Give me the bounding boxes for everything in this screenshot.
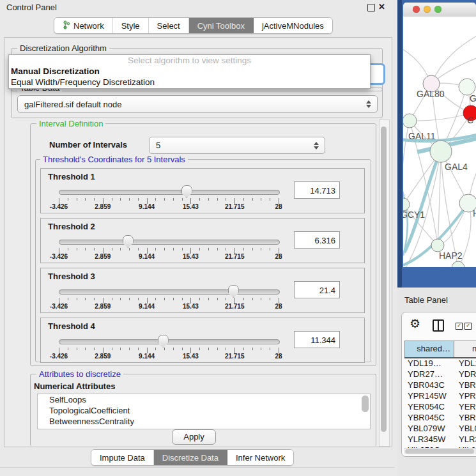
column-header-name[interactable]: n: [454, 341, 476, 357]
minimize-traffic-light-icon[interactable]: [424, 6, 431, 13]
gear-icon[interactable]: ⚙: [410, 316, 420, 331]
table-row[interactable]: YBR045CYBR0: [404, 412, 476, 423]
cell-shared-name: YBR045C: [404, 412, 454, 423]
tab-discretize-data[interactable]: Discretize Data: [154, 450, 227, 465]
node-label-gal80: GAL80: [417, 89, 445, 99]
table-panel-title: Table Panel: [404, 295, 448, 305]
gal4-node[interactable]: [430, 141, 452, 162]
cell-shared-name: YDR27…: [404, 369, 454, 380]
stepper-arrows-icon: [364, 100, 373, 108]
table-header-row: shared… n: [404, 341, 476, 358]
threshold-label: Threshold 2: [48, 222, 95, 231]
table-row[interactable]: YLR345WYLR3: [404, 434, 476, 445]
column-header-shared[interactable]: shared…: [404, 341, 454, 357]
content-scrollbar-thumb[interactable]: [381, 127, 387, 432]
network-window-titlebar[interactable]: [403, 3, 476, 17]
numerical-attributes-heading: Numerical Attributes: [34, 381, 115, 391]
horizontal-scrollbar-track[interactable]: [404, 448, 476, 454]
slider-thumb[interactable]: [158, 335, 169, 348]
columns-icon[interactable]: [433, 319, 444, 332]
node-label-ga: GA: [470, 93, 476, 104]
horizontal-scrollbar-thumb[interactable]: [405, 449, 474, 454]
tab-label: Network: [73, 21, 104, 31]
algorithm-option-equal-width-frequency-discretization[interactable]: Equal Width/Frequency Discretization: [9, 77, 370, 88]
slider-track[interactable]: [59, 289, 280, 295]
threshold-label: Threshold 3: [48, 272, 95, 281]
threshold-value-field[interactable]: 21.4: [294, 281, 340, 298]
tab-label: Select: [157, 21, 180, 31]
table-row[interactable]: YBL079WYBL0: [404, 423, 476, 434]
attribute-item-selfloops[interactable]: SelfLoops: [38, 394, 370, 405]
threshold-2-panel: Threshold 2-3.4262.8599.14415.4321.71528…: [40, 218, 365, 263]
threshold-4-panel: Threshold 4-3.4262.8599.14415.4321.71528…: [40, 318, 365, 363]
attribute-item-betweennesscentrality[interactable]: BetweennessCentrality: [38, 416, 370, 427]
tab-label: Impute Data: [100, 453, 145, 463]
tab-cyni-toolbox[interactable]: Cyni Toolbox: [189, 18, 254, 33]
slider-thumb[interactable]: [228, 285, 239, 298]
table-data-combobox[interactable]: galFiltered.sif default node: [17, 95, 378, 113]
number-of-intervals-value: 5: [150, 141, 312, 150]
threshold-label: Threshold 1: [48, 172, 95, 181]
gcy1-node[interactable]: [403, 198, 410, 211]
algorithm-popup-options: Manual DiscretizationEqual Width/Frequen…: [9, 66, 370, 88]
top-tab-bar: NetworkStyleSelectCyni ToolboxjActiveMNo…: [54, 17, 333, 34]
tab-impute-data[interactable]: Impute Data: [91, 450, 154, 465]
slider-thumb[interactable]: [181, 185, 192, 198]
threshold-value-field[interactable]: 11.344: [294, 331, 340, 348]
tab-label: Cyni Toolbox: [197, 21, 245, 31]
threshold-value-field[interactable]: 6.316: [294, 231, 340, 249]
network-window: GAL80GACGAL11GAL4GCY1HHAP2: [397, 0, 476, 288]
bottom-tab-bar: Impute DataDiscretize DataInfer Network: [91, 449, 294, 466]
network-icon: [63, 20, 70, 31]
network-canvas[interactable]: GAL80GACGAL11GAL4GCY1HHAP2: [403, 17, 476, 267]
tab-style[interactable]: Style: [113, 18, 149, 33]
tab-infer-network[interactable]: Infer Network: [227, 450, 293, 465]
tab-jactivemnodules[interactable]: jActiveMNodules: [254, 18, 332, 33]
bottom-node[interactable]: [452, 261, 464, 267]
threshold-value-field[interactable]: 14.713: [294, 181, 340, 199]
cell-name: YBL0: [454, 423, 476, 434]
cell-shared-name: YBR043C: [404, 380, 454, 390]
threshold-slider-list: Threshold 1-3.4262.8599.14415.4321.71528…: [40, 168, 366, 367]
list-scrollbar-thumb[interactable]: [362, 395, 369, 412]
slider-track[interactable]: [59, 240, 280, 245]
close-icon[interactable]: ✕: [378, 2, 385, 12]
attribute-item-topologicalcoefficient[interactable]: TopologicalCoefficient: [38, 405, 370, 416]
node-label-h: H: [473, 208, 476, 219]
content-scrollbar-track[interactable]: [379, 119, 390, 447]
checkbox-icon[interactable]: ✓: [456, 323, 463, 330]
gal11-node[interactable]: [403, 114, 417, 128]
table-row[interactable]: YDR27…YDR2: [404, 369, 476, 380]
table-row[interactable]: YDL19…YDL1: [404, 358, 476, 369]
cell-shared-name: YDL19…: [404, 358, 454, 369]
tab-label: Discretize Data: [162, 453, 219, 463]
cell-name: YER0: [454, 401, 476, 412]
tab-label: Style: [121, 21, 140, 31]
tab-select[interactable]: Select: [149, 18, 189, 33]
slider-track[interactable]: [59, 190, 280, 195]
close-traffic-light-icon[interactable]: [413, 6, 420, 13]
table-row[interactable]: YER054CYER0: [404, 401, 476, 412]
slider-thumb[interactable]: [123, 235, 134, 248]
number-of-intervals-combobox[interactable]: 5: [149, 137, 325, 154]
table-row[interactable]: YBR043CYBR0: [404, 380, 476, 390]
apply-button[interactable]: Apply: [172, 429, 216, 445]
checkbox-icon[interactable]: ✓: [464, 323, 472, 330]
table-row[interactable]: YPR145WYPR1: [404, 390, 476, 401]
zoom-traffic-light-icon[interactable]: [434, 6, 441, 13]
control-panel-title: Control Panel: [6, 3, 57, 12]
hap2-node[interactable]: [431, 239, 444, 252]
cyni-toolbox-panel: Discretization Algorithm Table Data galF…: [4, 37, 392, 447]
threshold-3-panel: Threshold 3-3.4262.8599.14415.4321.71528…: [40, 268, 365, 313]
node-label-gal4: GAL4: [445, 162, 468, 172]
table-body: YDL19…YDL1YDR27…YDR2YBR043CYBR0YPR145WYP…: [404, 358, 476, 449]
threshold-coordinates-group-title: Threshold's Coordinates for 5 Intervals: [40, 155, 188, 164]
panel-bottom-divider: [0, 467, 395, 468]
slider-tick-labels: -3.4262.8599.14415.4321.71528: [59, 203, 279, 211]
slider-track[interactable]: [59, 339, 280, 344]
algorithm-option-manual-discretization[interactable]: Manual Discretization: [9, 66, 370, 77]
tab-network[interactable]: Network: [54, 18, 113, 33]
cell-shared-name: YPR145W: [404, 390, 454, 401]
node-label-c: C: [467, 115, 473, 125]
float-window-icon[interactable]: [367, 4, 375, 12]
